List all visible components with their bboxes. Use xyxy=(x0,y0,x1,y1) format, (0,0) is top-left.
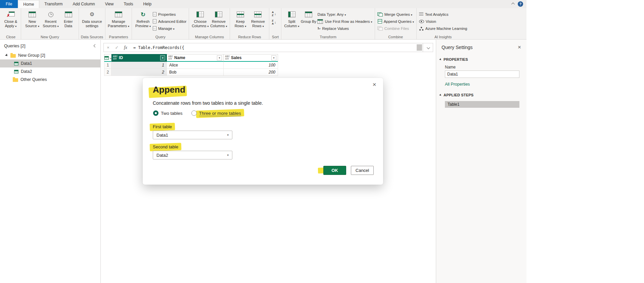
tree-group-new-group[interactable]: New Group [2] xyxy=(0,51,100,59)
merge-queries-icon xyxy=(377,12,383,16)
sort-az-icon: AZ↓ xyxy=(272,11,276,17)
group-by-button[interactable]: Group By xyxy=(301,10,316,34)
gear-icon: ⚙ xyxy=(90,12,94,17)
column-header-name[interactable]: ABC123 Name xyxy=(167,54,224,62)
formula-commit-icon[interactable]: ✓ xyxy=(112,45,121,50)
ok-button[interactable]: OK xyxy=(323,166,346,175)
split-column-button[interactable]: Split Column xyxy=(284,10,300,34)
data-preview-grid: ABC123 ID ABC123 Name ABC123 Sales 1 1 A… xyxy=(104,54,278,76)
cell-name-1[interactable]: Alice xyxy=(167,62,224,69)
use-first-row-as-headers-button[interactable]: Use First Row as Headers xyxy=(317,18,372,24)
dialog-close-icon[interactable]: × xyxy=(370,81,378,89)
tree-group-other-queries[interactable]: Other Queries xyxy=(0,76,100,84)
keep-rows-button[interactable]: Keep Rows xyxy=(232,10,248,34)
applied-steps-section-header[interactable]: APPLIED STEPS xyxy=(436,89,526,98)
formula-scroll-thumb[interactable] xyxy=(417,44,422,51)
manage-parameters-icon xyxy=(115,11,122,17)
combine-files-button[interactable]: Combine Files xyxy=(377,26,414,31)
folder-icon xyxy=(10,54,16,58)
new-source-button[interactable]: New Source xyxy=(24,10,41,34)
sort-ascending-button[interactable]: AZ↓ xyxy=(272,11,276,17)
menu-tab-home[interactable]: Home xyxy=(18,0,39,8)
cell-name-2[interactable]: Bob xyxy=(167,69,224,76)
advanced-editor-button[interactable]: Advanced Editor xyxy=(153,18,186,24)
azure-machine-learning-button[interactable]: Azure Machine Learning xyxy=(419,26,467,31)
ribbon-group-label-reduce-rows: Reduce Rows xyxy=(230,35,269,39)
merge-queries-button[interactable]: Merge Queries xyxy=(377,11,414,17)
all-properties-link[interactable]: All Properties xyxy=(445,82,470,87)
cell-sales-2[interactable]: 200 xyxy=(224,69,278,76)
cell-id-2[interactable]: 2 xyxy=(111,69,167,76)
properties-section-header[interactable]: PROPERTIES xyxy=(436,53,526,63)
menu-tab-add-column[interactable]: Add Column xyxy=(68,0,100,8)
choose-columns-button[interactable]: Choose Columns xyxy=(191,10,209,34)
vision-button[interactable]: Vision xyxy=(419,18,467,24)
ribbon-group-data-sources: ⚙ Data source settings Data Sources xyxy=(79,8,105,39)
collapse-section-icon xyxy=(439,58,442,61)
eye-icon xyxy=(419,20,424,23)
collapse-queries-pane-icon[interactable] xyxy=(94,44,97,47)
formula-cancel-icon[interactable]: × xyxy=(104,45,112,50)
filter-dropdown-icon[interactable] xyxy=(160,55,165,60)
radio-selected-icon[interactable] xyxy=(153,110,158,116)
refresh-preview-button[interactable]: ↻ Refresh Preview xyxy=(134,10,152,34)
help-icon[interactable]: ? xyxy=(518,1,523,7)
data-source-settings-button[interactable]: ⚙ Data source settings xyxy=(81,10,103,34)
cell-sales-1[interactable]: 100 xyxy=(224,62,278,69)
query-table-icon xyxy=(14,62,18,65)
manage-button[interactable]: Manage xyxy=(153,26,186,31)
ribbon-group-reduce-rows: Keep Rows Remove Rows Reduce Rows xyxy=(230,8,269,39)
sort-descending-button[interactable]: ZA↓ xyxy=(272,19,276,25)
table-icon xyxy=(104,56,109,60)
manage-parameters-button[interactable]: Manage Parameters xyxy=(108,10,129,34)
name-label: Name xyxy=(436,63,526,70)
formula-bar: × ✓ fx = Table.FromRecords({ xyxy=(103,43,423,52)
close-and-apply-button[interactable]: ✗ Close & Apply xyxy=(3,10,18,34)
radio-unselected-icon[interactable] xyxy=(191,110,197,116)
ribbon-group-label-close: Close xyxy=(1,35,21,39)
collapse-ribbon-icon[interactable] xyxy=(511,2,515,6)
properties-button[interactable]: Properties xyxy=(153,11,186,17)
menu-file-tab[interactable]: File xyxy=(0,0,18,8)
close-settings-icon[interactable]: × xyxy=(518,44,521,51)
filter-dropdown-icon[interactable] xyxy=(271,55,276,60)
append-queries-button[interactable]: Append Queries xyxy=(377,18,414,24)
second-table-label: Second table xyxy=(153,144,178,149)
column-header-sales[interactable]: ABC123 Sales xyxy=(224,54,278,62)
cancel-button[interactable]: Cancel xyxy=(351,166,374,175)
query-item-data1[interactable]: Data1 xyxy=(0,59,100,67)
cell-id-1[interactable]: 1 xyxy=(111,62,167,69)
formula-bar-expand-button[interactable] xyxy=(423,43,433,52)
second-table-dropdown[interactable]: Data2 xyxy=(153,151,232,159)
query-name-input[interactable] xyxy=(445,70,519,78)
query-item-data2[interactable]: Data2 xyxy=(0,67,100,76)
choose-columns-icon xyxy=(196,11,204,17)
column-header-id[interactable]: ABC123 ID xyxy=(111,54,167,62)
menu-tab-help[interactable]: Help xyxy=(138,0,156,8)
remove-columns-button[interactable]: Remove Columns xyxy=(210,10,227,34)
enter-data-button[interactable]: Enter Data xyxy=(60,10,76,34)
combine-files-icon xyxy=(377,27,383,31)
row-number[interactable]: 2 xyxy=(104,69,111,76)
use-first-row-icon xyxy=(317,19,323,24)
applied-step-table1[interactable]: Table1 xyxy=(445,101,519,108)
radio-option-three-or-more-tables[interactable]: Three or more tables xyxy=(191,110,241,116)
formula-input[interactable]: = Table.FromRecords({ xyxy=(130,45,417,50)
data-type-button[interactable]: Data Type: Any xyxy=(317,11,372,17)
expand-triangle-icon[interactable] xyxy=(5,54,8,57)
menu-tab-transform[interactable]: Transform xyxy=(39,0,67,8)
filter-dropdown-icon[interactable] xyxy=(217,55,222,60)
query-settings-title: Query Settings xyxy=(442,45,473,50)
replace-values-button[interactable]: 1₂ Replace Values xyxy=(317,26,372,31)
text-analytics-button[interactable]: Text Analytics xyxy=(419,11,467,17)
first-table-label: First table xyxy=(153,124,172,129)
ribbon: ✗ Close & Apply Close New Source Recent … xyxy=(0,8,526,40)
recent-sources-button[interactable]: Recent Sources xyxy=(42,10,59,34)
menu-tab-tools[interactable]: Tools xyxy=(119,0,138,8)
row-number[interactable]: 1 xyxy=(104,62,111,69)
grid-corner-cell[interactable] xyxy=(104,54,111,62)
menu-tab-view[interactable]: View xyxy=(100,0,119,8)
remove-rows-button[interactable]: Remove Rows xyxy=(249,10,267,34)
first-table-dropdown[interactable]: Data1 xyxy=(153,131,232,139)
radio-option-two-tables[interactable]: Two tables xyxy=(153,110,183,116)
